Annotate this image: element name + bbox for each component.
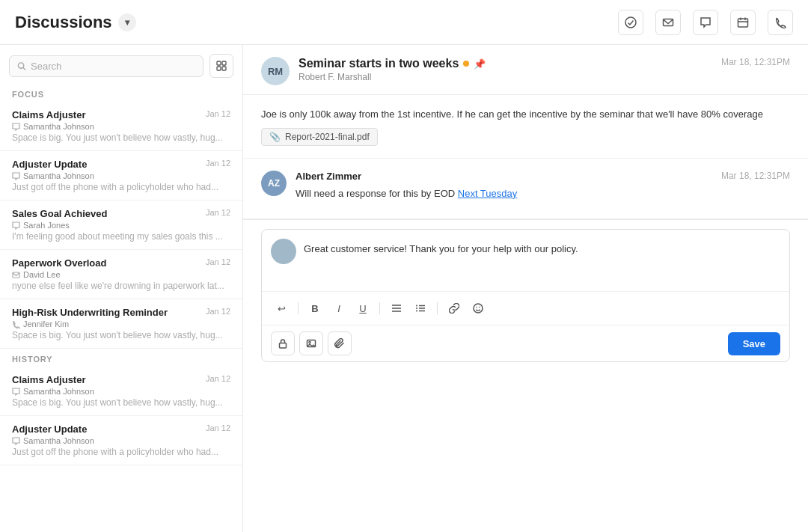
section-label: FOCUS bbox=[0, 84, 242, 102]
undo-button[interactable]: ↩ bbox=[271, 298, 292, 319]
underline-button[interactable]: U bbox=[352, 298, 373, 319]
search-input-wrap[interactable] bbox=[9, 55, 203, 77]
phone-icon-btn[interactable] bbox=[768, 10, 793, 35]
link-icon bbox=[449, 303, 459, 314]
list-item-date: Jan 12 bbox=[206, 424, 230, 432]
list-container: FOCUS Claims Adjuster Jan 12 Samantha Jo… bbox=[0, 84, 242, 532]
align-button[interactable] bbox=[386, 298, 407, 319]
list-item-preview: Space is big. You just won't believe how… bbox=[12, 132, 230, 143]
list-item-sub-name: Sarah Jones bbox=[23, 221, 70, 230]
message-2-link[interactable]: Next Tuesday bbox=[458, 188, 518, 199]
task-icon-btn[interactable] bbox=[618, 10, 643, 35]
list-item-sub: Jennifer Kim bbox=[12, 319, 230, 328]
checkmark-icon bbox=[625, 16, 637, 28]
list-item-header: Claims Adjuster Jan 12 bbox=[12, 109, 230, 120]
list-item-title: Adjuster Update bbox=[12, 424, 87, 435]
footer-left bbox=[271, 331, 352, 355]
bold-button[interactable]: B bbox=[304, 298, 325, 319]
svg-point-24 bbox=[479, 307, 480, 308]
thread-info: Seminar starts in two weeks 📌 Robert F. … bbox=[299, 57, 712, 82]
messages-area: Joe is only 100k away from the 1st incen… bbox=[243, 95, 808, 532]
lock-icon bbox=[278, 338, 288, 349]
filter-button[interactable] bbox=[209, 54, 233, 78]
section-label: HISTORY bbox=[0, 349, 242, 367]
list-item-header: Adjuster Update Jan 12 bbox=[12, 159, 230, 170]
chat-sub-icon bbox=[12, 221, 20, 230]
list-item[interactable]: Paperwork Overload Jan 12 David Lee nyon… bbox=[0, 250, 242, 299]
attach-button[interactable] bbox=[328, 331, 352, 355]
chat-sub-icon bbox=[12, 172, 20, 180]
mail-icon-btn[interactable] bbox=[655, 10, 681, 35]
list-item-header: High-Risk Underwriting Reminder Jan 12 bbox=[12, 307, 230, 318]
svg-point-23 bbox=[476, 307, 477, 308]
emoji-icon bbox=[473, 303, 483, 314]
list-item-preview: Just got off the phone with a policyhold… bbox=[12, 182, 230, 192]
chat-sub-icon bbox=[12, 123, 20, 131]
main-layout: FOCUS Claims Adjuster Jan 12 Samantha Jo… bbox=[0, 45, 808, 532]
message-2-text-before: Will need a response for this by EOD bbox=[296, 188, 458, 199]
search-icon bbox=[17, 61, 26, 71]
list-item-preview: I'm feeling good about meeting my sales … bbox=[12, 231, 230, 242]
thread-title-row: Seminar starts in two weeks 📌 bbox=[299, 57, 712, 70]
search-input[interactable] bbox=[31, 61, 195, 72]
title-chevron[interactable]: ▾ bbox=[118, 13, 136, 31]
list-icon bbox=[415, 303, 426, 314]
svg-point-18 bbox=[416, 308, 417, 309]
message-2-body: Will need a response for this by EOD Nex… bbox=[296, 186, 790, 201]
message-2-date: Mar 18, 12:31PM bbox=[721, 171, 790, 181]
save-button[interactable]: Save bbox=[728, 332, 780, 355]
list-item-date: Jan 12 bbox=[206, 159, 230, 168]
image-button[interactable] bbox=[299, 331, 323, 355]
reply-box: Great customer service! Thank you for yo… bbox=[261, 229, 790, 362]
toolbar-separator-2 bbox=[379, 302, 380, 314]
italic-button[interactable]: I bbox=[328, 298, 349, 319]
thread-title: Seminar starts in two weeks bbox=[299, 57, 459, 70]
svg-rect-10 bbox=[217, 67, 221, 70]
thread-date: Mar 18, 12:31PM bbox=[721, 57, 790, 67]
reply-toolbar: ↩ B I U bbox=[262, 291, 789, 325]
image-icon bbox=[306, 338, 316, 349]
svg-rect-25 bbox=[280, 343, 287, 349]
list-item-header: Claims Adjuster Jan 12 bbox=[12, 374, 230, 385]
toolbar-separator-3 bbox=[437, 302, 438, 314]
svg-rect-9 bbox=[222, 61, 226, 65]
list-button[interactable] bbox=[410, 298, 431, 319]
list-item[interactable]: High-Risk Underwriting Reminder Jan 12 J… bbox=[0, 299, 242, 349]
phone-sub-icon bbox=[12, 320, 20, 328]
attachment-link[interactable]: 📎 Report-2021-final.pdf bbox=[261, 128, 378, 146]
list-item-header: Paperwork Overload Jan 12 bbox=[12, 257, 230, 269]
mail-sub-icon bbox=[12, 271, 20, 279]
list-item-sub-name: Samantha Johnson bbox=[23, 436, 94, 445]
list-item-sub: Samantha Johnson bbox=[12, 122, 230, 131]
list-item[interactable]: Adjuster Update Jan 12 Samantha Johnson … bbox=[0, 416, 242, 465]
list-item-date: Jan 12 bbox=[206, 374, 230, 383]
list-item-preview: Space is big. You just won't believe how… bbox=[12, 397, 230, 408]
list-item-sub-name: Samantha Johnson bbox=[23, 171, 94, 180]
list-item[interactable]: Adjuster Update Jan 12 Samantha Johnson … bbox=[0, 151, 242, 201]
message-2-author: Albert Zimmer bbox=[296, 171, 361, 182]
svg-point-6 bbox=[18, 62, 23, 67]
header-icon-group bbox=[618, 10, 793, 35]
main-content: RM Seminar starts in two weeks 📌 Robert … bbox=[243, 45, 808, 532]
list-item-title: High-Risk Underwriting Reminder bbox=[12, 307, 168, 318]
status-dot bbox=[463, 61, 469, 67]
list-item[interactable]: Claims Adjuster Jan 12 Samantha Johnson … bbox=[0, 102, 242, 151]
reply-avatar bbox=[271, 239, 296, 264]
chat-icon-btn[interactable] bbox=[693, 10, 718, 35]
calendar-icon bbox=[737, 16, 749, 28]
svg-point-22 bbox=[474, 304, 483, 313]
list-item[interactable]: Sales Goal Achieved Jan 12 Sarah Jones I… bbox=[0, 201, 242, 250]
list-item-sub-name: Samantha Johnson bbox=[23, 122, 94, 131]
reply-text-area[interactable]: Great customer service! Thank you for yo… bbox=[304, 239, 780, 291]
list-item-date: Jan 12 bbox=[206, 109, 230, 118]
calendar-icon-btn[interactable] bbox=[730, 10, 756, 35]
message-2-content: Albert Zimmer Mar 18, 12:31PM Will need … bbox=[296, 171, 790, 207]
svg-point-16 bbox=[416, 305, 417, 307]
thread-header: RM Seminar starts in two weeks 📌 Robert … bbox=[243, 45, 808, 95]
link-button[interactable] bbox=[444, 298, 465, 319]
lock-button[interactable] bbox=[271, 331, 295, 355]
svg-point-0 bbox=[625, 17, 636, 28]
reply-area: Great customer service! Thank you for yo… bbox=[243, 219, 808, 374]
list-item[interactable]: Claims Adjuster Jan 12 Samantha Johnson … bbox=[0, 367, 242, 416]
emoji-button[interactable] bbox=[468, 298, 489, 319]
